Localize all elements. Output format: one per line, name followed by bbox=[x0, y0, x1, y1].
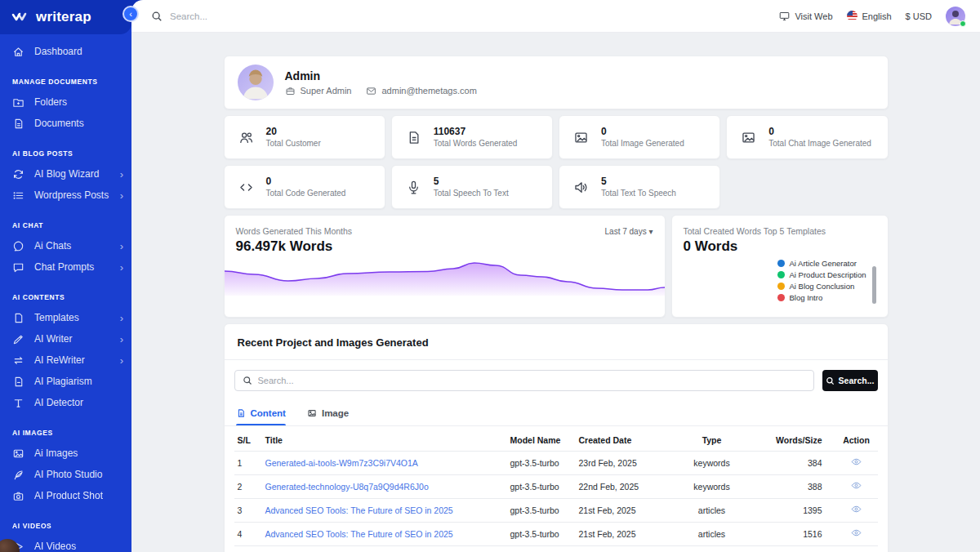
image-icon bbox=[573, 130, 589, 145]
refresh-icon bbox=[12, 168, 24, 180]
tab-content[interactable]: Content bbox=[236, 401, 286, 425]
sidebar-item-label: Wordpress Posts bbox=[34, 189, 110, 201]
sidebar-item-label: Ai Chats bbox=[34, 240, 110, 252]
chart-value: 96.497k Words bbox=[236, 238, 653, 255]
global-search[interactable] bbox=[151, 11, 317, 22]
sidebar-item-wordpress-posts[interactable]: Wordpress Posts › bbox=[0, 185, 131, 206]
chat-bubble-icon bbox=[12, 240, 24, 252]
brand-name: writerap bbox=[36, 9, 91, 25]
legend-item: Ai Article Generator bbox=[777, 259, 866, 268]
sidebar-item-ai-photo-studio[interactable]: AI Photo Studio bbox=[0, 464, 131, 485]
user-avatar[interactable] bbox=[946, 7, 965, 26]
sidebar-item-ai-rewriter[interactable]: AI ReWriter › bbox=[0, 349, 131, 371]
sidebar-item-templates[interactable]: Templates › bbox=[0, 307, 131, 328]
eye-icon bbox=[851, 480, 862, 491]
project-title-link[interactable]: Generated-technology-U8q7a9Q9d4R6J0o bbox=[265, 482, 429, 492]
sidebar-section-ai-images: AI IMAGES bbox=[0, 426, 131, 439]
microphone-icon bbox=[406, 180, 421, 195]
online-status-dot bbox=[960, 20, 966, 27]
sidebar-item-ai-plagiarism[interactable]: AI Plagiarism bbox=[0, 371, 131, 392]
view-button[interactable] bbox=[851, 456, 862, 470]
logo[interactable]: writerap bbox=[0, 0, 131, 34]
col-header-words: Words/Size bbox=[760, 430, 835, 452]
chat-square-icon bbox=[12, 261, 24, 274]
sidebar-item-ai-chats[interactable]: Ai Chats › bbox=[0, 235, 131, 256]
topbar: Visit Web English $ USD bbox=[131, 0, 980, 33]
sidebar-item-documents[interactable]: Documents bbox=[0, 113, 131, 134]
table-search-input[interactable] bbox=[258, 376, 806, 385]
envelope-icon bbox=[366, 86, 376, 96]
legend-dot bbox=[777, 271, 785, 278]
search-input[interactable] bbox=[170, 11, 317, 21]
stat-card-total-images: 0Total Image Generated bbox=[559, 115, 720, 159]
table-row: 4 Advanced SEO Tools: The Future of SEO … bbox=[234, 523, 878, 546]
sidebar-item-label: Templates bbox=[34, 312, 110, 323]
tab-image[interactable]: Image bbox=[307, 401, 349, 425]
sidebar-section-ai-videos: AI VIDEOS bbox=[0, 519, 131, 532]
chart-title: Total Created Words Top 5 Templates bbox=[684, 226, 876, 236]
doc-lines-icon bbox=[12, 376, 24, 388]
view-button[interactable] bbox=[851, 504, 862, 517]
sidebar-item-chat-prompts[interactable]: Chat Prompts › bbox=[0, 256, 131, 278]
eye-icon bbox=[851, 456, 862, 467]
sidebar-item-ai-detector[interactable]: AI Detector bbox=[0, 392, 131, 413]
image-icon bbox=[12, 447, 24, 460]
sidebar-item-folders[interactable]: Folders bbox=[0, 91, 131, 113]
folder-plus-icon bbox=[12, 96, 24, 109]
sidebar-item-ai-videos[interactable]: AI Videos bbox=[0, 536, 131, 552]
stat-label: Total Code Generated bbox=[266, 188, 346, 198]
top-templates-chart-card: Total Created Words Top 5 Templates 0 Wo… bbox=[671, 215, 889, 318]
repeat-icon bbox=[12, 354, 24, 367]
sidebar-item-ai-blog-wizard[interactable]: AI Blog Wizard › bbox=[0, 163, 131, 185]
stat-label: Total Chat Image Generated bbox=[768, 138, 871, 149]
stat-card-total-words: 110637Total Words Generated bbox=[391, 115, 553, 159]
legend-dot bbox=[777, 294, 785, 301]
sidebar: writerap Dashboard MANAGE DOCUMENTS Fold… bbox=[0, 0, 131, 552]
chevron-right-icon: › bbox=[120, 262, 123, 273]
stat-value: 5 bbox=[434, 176, 509, 188]
project-title-link[interactable]: Generated-ai-tools-W9m7z3C9i7V4O1A bbox=[265, 458, 418, 468]
sidebar-item-label: Ai Images bbox=[34, 447, 123, 459]
legend-scrollbar[interactable] bbox=[872, 266, 876, 304]
stat-card-text-to-speech: 5Total Text To Speech bbox=[559, 165, 720, 209]
chart-value: 0 Words bbox=[684, 238, 876, 255]
table-row: 2 Generated-technology-U8q7a9Q9d4R6J0o g… bbox=[234, 475, 878, 499]
caret-down-icon: ▾ bbox=[648, 227, 653, 236]
sidebar-item-ai-product-shot[interactable]: AI Product Shot bbox=[0, 485, 131, 506]
sidebar-item-label: AI Blog Wizard bbox=[34, 168, 110, 180]
table-search[interactable] bbox=[234, 370, 814, 391]
sidebar-collapse-button[interactable]: ‹ bbox=[122, 6, 139, 22]
sidebar-item-dashboard[interactable]: Dashboard bbox=[0, 41, 131, 62]
chart-legend: Ai Article Generator Ai Product Descript… bbox=[777, 259, 866, 302]
list-icon bbox=[12, 189, 24, 202]
visit-web-link[interactable]: Visit Web bbox=[779, 11, 832, 21]
image-icon bbox=[741, 130, 756, 145]
currency-selector[interactable]: $ USD bbox=[906, 11, 932, 21]
legend-item: Blog Intro bbox=[777, 293, 866, 302]
sidebar-item-label: AI Photo Studio bbox=[34, 469, 123, 480]
sidebar-item-ai-images[interactable]: Ai Images bbox=[0, 443, 131, 464]
chevron-right-icon: › bbox=[120, 169, 123, 180]
stat-value: 0 bbox=[601, 126, 684, 138]
words-area-chart bbox=[225, 256, 665, 296]
search-button[interactable]: Search... bbox=[822, 370, 878, 391]
eye-icon bbox=[851, 504, 862, 514]
code-icon bbox=[238, 180, 254, 195]
table-row: 1 Generated-ai-tools-W9m7z3C9i7V4O1A gpt… bbox=[234, 452, 878, 475]
stat-label: Total Customer bbox=[266, 138, 321, 149]
sidebar-item-ai-writer[interactable]: AI Writer › bbox=[0, 328, 131, 349]
range-selector-dropdown[interactable]: Last 7 days ▾ bbox=[605, 227, 653, 236]
language-selector[interactable]: English bbox=[847, 11, 892, 21]
stat-label: Total Words Generated bbox=[434, 138, 518, 149]
us-flag-icon bbox=[847, 11, 858, 21]
image-icon bbox=[307, 408, 317, 418]
home-icon bbox=[12, 46, 24, 58]
search-icon bbox=[826, 376, 835, 385]
project-title-link[interactable]: Advanced SEO Tools: The Future of SEO in… bbox=[265, 505, 453, 515]
view-button[interactable] bbox=[851, 528, 862, 541]
sidebar-item-label: Chat Prompts bbox=[34, 261, 110, 273]
document-icon bbox=[236, 408, 246, 418]
col-header-action: Action bbox=[835, 430, 878, 452]
view-button[interactable] bbox=[851, 480, 862, 493]
project-title-link[interactable]: Advanced SEO Tools: The Future of SEO in… bbox=[265, 529, 453, 539]
